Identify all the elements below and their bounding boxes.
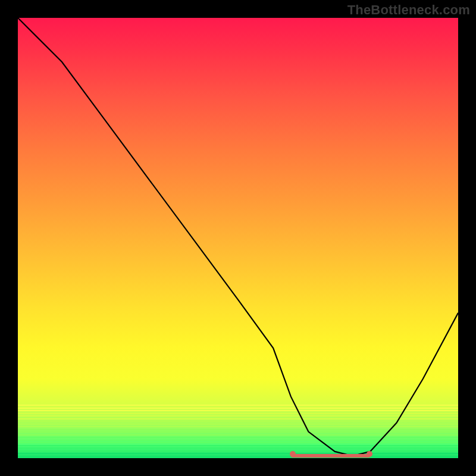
- plot-area: [18, 18, 458, 458]
- optimal-range-bar: [291, 454, 370, 458]
- watermark-text: TheBottleneck.com: [347, 2, 470, 18]
- chart-frame: TheBottleneck.com: [0, 0, 476, 476]
- optimal-range-endpoint: [290, 451, 296, 457]
- optimal-range-endpoint: [367, 451, 372, 457]
- bottleneck-curve: [18, 18, 458, 458]
